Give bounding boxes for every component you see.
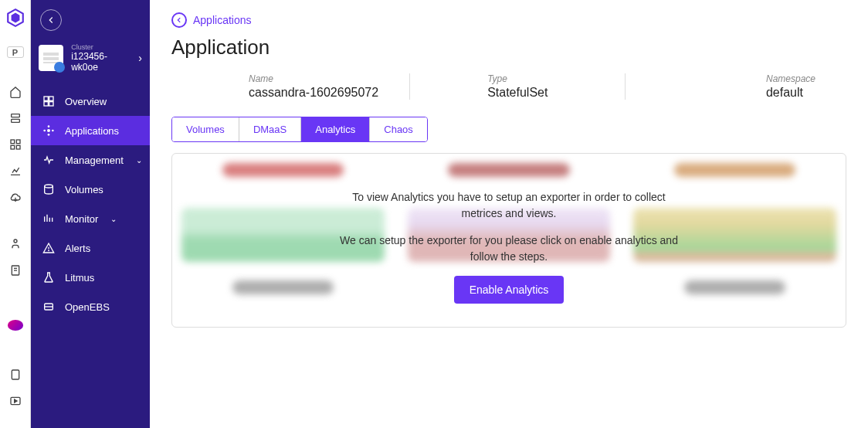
sidebar-item-alerts[interactable]: Alerts <box>31 233 150 263</box>
svg-rect-20 <box>44 102 48 106</box>
svg-point-22 <box>47 129 50 132</box>
sidebar-item-openebs[interactable]: OpenEBS <box>31 292 150 321</box>
tab-analytics[interactable]: Analytics <box>301 117 370 141</box>
analytics-overlay: To view Analytics you have to setup an e… <box>331 189 687 304</box>
cluster-badge-icon <box>54 62 65 73</box>
sidebar: Cluster i123456-wk0oe › Overview Applica… <box>31 0 150 428</box>
analytics-msg1: To view Analytics you have to setup an e… <box>331 189 687 222</box>
meta-type-value: StatefulSet <box>487 86 548 100</box>
doc-icon[interactable] <box>8 264 22 277</box>
sidebar-item-label: Volumes <box>65 184 103 195</box>
analytics-msg2: We can setup the exporter for you please… <box>331 233 687 265</box>
sidebar-item-label: Litmus <box>65 272 94 284</box>
sidebar-item-label: Management <box>65 155 124 166</box>
analytics-panel: To view Analytics you have to setup an e… <box>171 153 846 328</box>
meta-type-label: Type <box>487 73 548 84</box>
tab-dmaas[interactable]: DMaaS <box>239 117 301 141</box>
cluster-name: i123456-wk0oe <box>71 51 131 73</box>
meta-ns-value: default <box>766 86 815 100</box>
svg-point-25 <box>43 130 46 132</box>
org-icon[interactable] <box>8 238 22 250</box>
flask-icon <box>42 270 56 284</box>
grid-icon[interactable] <box>8 138 22 151</box>
svg-rect-15 <box>43 53 59 56</box>
tab-chaos[interactable]: Chaos <box>370 117 427 141</box>
sidebar-item-applications[interactable]: Applications <box>31 116 150 145</box>
home-icon[interactable] <box>8 86 22 98</box>
tabs: Volumes DMaaS Analytics Chaos <box>171 117 428 142</box>
svg-point-26 <box>52 130 54 132</box>
svg-rect-2 <box>11 114 19 117</box>
svg-rect-12 <box>12 370 19 379</box>
sidebar-item-label: Alerts <box>65 243 90 254</box>
back-circle-icon[interactable] <box>171 12 187 28</box>
chevron-down-icon: ⌄ <box>110 215 117 223</box>
app-meta: Name cassandra-1602695072 Type StatefulS… <box>171 73 846 100</box>
meta-ns-label: Namespace <box>766 73 815 84</box>
chevron-down-icon: ⌄ <box>136 156 142 165</box>
enable-analytics-button[interactable]: Enable Analytics <box>454 276 565 304</box>
meta-name-value: cassandra-1602695072 <box>249 86 378 100</box>
volumes-icon <box>42 182 56 196</box>
tab-volumes[interactable]: Volumes <box>172 117 239 141</box>
sidebar-item-volumes[interactable]: Volumes <box>31 175 150 204</box>
cluster-label: Cluster <box>71 43 131 51</box>
svg-rect-21 <box>49 102 53 106</box>
monitor-icon <box>42 212 56 226</box>
apps-icon <box>42 124 56 138</box>
sidebar-item-label: Overview <box>65 96 107 107</box>
sidebar-item-label: Applications <box>65 125 119 137</box>
back-icon[interactable] <box>40 9 62 31</box>
sidebar-item-litmus[interactable]: Litmus <box>31 263 150 292</box>
svg-rect-6 <box>11 146 15 150</box>
avatar[interactable] <box>8 320 23 330</box>
svg-point-23 <box>48 125 50 127</box>
chevron-right-icon: › <box>138 52 142 64</box>
openebs-icon <box>42 300 56 314</box>
management-icon <box>42 153 56 167</box>
svg-rect-16 <box>43 57 59 60</box>
storage-icon[interactable] <box>8 112 22 124</box>
chart-icon[interactable] <box>8 165 22 177</box>
sidebar-item-label: Monitor <box>65 213 98 225</box>
svg-point-8 <box>14 239 17 243</box>
svg-point-29 <box>49 250 49 251</box>
sidebar-item-monitor[interactable]: Monitor ⌄ <box>31 204 150 233</box>
svg-point-27 <box>45 185 53 188</box>
main-content: Applications Application Name cassandra-… <box>150 0 868 428</box>
project-badge[interactable]: P <box>7 46 24 58</box>
svg-rect-19 <box>49 97 53 100</box>
svg-rect-18 <box>44 97 48 100</box>
sidebar-item-overview[interactable]: Overview <box>31 87 150 116</box>
breadcrumb[interactable]: Applications <box>171 12 846 28</box>
cluster-selector[interactable]: Cluster i123456-wk0oe › <box>31 37 150 79</box>
svg-point-24 <box>48 134 50 136</box>
svg-rect-7 <box>16 146 20 150</box>
svg-marker-1 <box>11 13 19 23</box>
page-title: Application <box>171 36 846 59</box>
sidebar-item-label: OpenEBS <box>65 301 110 313</box>
sidebar-item-management[interactable]: Management ⌄ <box>31 145 150 175</box>
cloud-icon[interactable] <box>8 191 22 203</box>
breadcrumb-text: Applications <box>193 14 252 26</box>
cluster-icon <box>39 45 63 71</box>
tablet-icon[interactable] <box>8 369 22 381</box>
grid-icon <box>42 94 56 108</box>
left-rail: P <box>0 0 31 428</box>
meta-name-label: Name <box>249 73 378 84</box>
svg-rect-5 <box>16 140 20 144</box>
alert-icon <box>42 241 56 255</box>
svg-rect-3 <box>11 120 19 123</box>
svg-rect-4 <box>11 140 15 144</box>
svg-marker-14 <box>14 399 16 403</box>
play-icon[interactable] <box>8 395 22 407</box>
logo-icon[interactable] <box>5 8 26 28</box>
